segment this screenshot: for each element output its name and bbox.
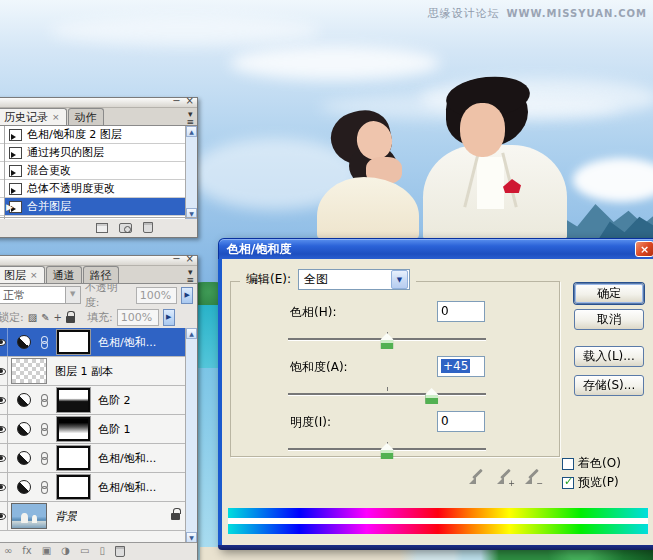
layer-mask-thumbnail[interactable] [57, 330, 90, 354]
tab-history[interactable]: 历史记录 × [0, 108, 67, 125]
history-palette-titlebar[interactable]: −× [0, 98, 197, 108]
minimize-icon[interactable]: − [172, 95, 180, 107]
scroll-up-icon[interactable]: ▲ [186, 126, 197, 137]
eye-toggle[interactable] [0, 473, 8, 501]
chevron-down-icon[interactable]: ▼ [391, 270, 408, 289]
layer-name[interactable]: 色阶 2 [98, 393, 131, 408]
preview-checkbox[interactable] [562, 477, 574, 489]
layer-name[interactable]: 背景 [55, 509, 77, 524]
tab-layers[interactable]: 图层 × [0, 266, 45, 283]
layer-thumbnail[interactable] [11, 503, 47, 529]
lock-transparency-icon[interactable]: ▨ [28, 312, 37, 323]
dialog-close-button[interactable]: × [635, 241, 653, 257]
woman-dress [317, 177, 419, 240]
layer-mask-thumbnail[interactable] [57, 475, 90, 499]
tab-close-icon[interactable]: × [52, 112, 60, 122]
layer-row-selected[interactable]: 色相/饱和... [0, 328, 197, 357]
layer-name[interactable]: 色相/饱和... [98, 335, 156, 350]
delete-state-icon[interactable] [143, 222, 153, 233]
layer-name[interactable]: 图层 1 副本 [55, 364, 113, 379]
eyedropper-minus-icon[interactable]: − [524, 468, 540, 485]
hue-input[interactable]: 0 [437, 301, 485, 322]
colorize-option[interactable]: 着色(O) [562, 455, 621, 472]
opacity-slider-arrow-icon[interactable]: ▶ [181, 287, 193, 304]
new-group-icon[interactable]: ▭ [80, 546, 89, 556]
lock-pixels-icon[interactable]: ✎ [41, 312, 49, 323]
dialog-titlebar[interactable]: 色相/饱和度 × [218, 238, 653, 259]
eye-toggle[interactable] [0, 357, 8, 385]
load-button[interactable]: 载入(L)... [574, 346, 644, 367]
layers-palette: −× 图层 × 通道 路径 ▾≡ 正常 ▼ 不透明度: 100% ▶ 锁定: ▨… [0, 255, 198, 560]
new-layer-icon[interactable]: ▯ [99, 546, 105, 556]
layer-name[interactable]: 色阶 1 [98, 422, 131, 437]
layer-row[interactable]: 色阶 1 [0, 415, 197, 444]
opacity-value[interactable]: 100% [136, 287, 177, 304]
edit-channel-select[interactable]: 全图 ▼ [298, 269, 410, 290]
history-state-row[interactable]: 总体不透明度更改 [5, 180, 185, 198]
fill-slider-arrow-icon[interactable]: ▶ [163, 309, 175, 326]
eye-toggle[interactable] [0, 415, 8, 443]
tab-close-icon[interactable]: × [30, 270, 38, 280]
palette-menu-icon[interactable]: ▾≡ [186, 268, 194, 284]
preview-option[interactable]: 预览(P) [562, 474, 619, 491]
close-icon[interactable]: × [186, 253, 194, 265]
save-button[interactable]: 存储(S)... [574, 375, 644, 396]
lightness-slider[interactable] [288, 448, 486, 450]
colorize-checkbox[interactable] [562, 458, 574, 470]
layer-name[interactable]: 色相/饱和... [98, 480, 156, 495]
layer-row[interactable]: 色相/饱和... [0, 473, 197, 502]
scroll-up-icon[interactable]: ▲ [186, 328, 197, 339]
saturation-input[interactable]: +45 [437, 356, 485, 377]
history-state-row[interactable]: 通过拷贝的图层 [5, 144, 185, 162]
eye-toggle[interactable] [0, 444, 8, 472]
tab-paths[interactable]: 路径 [83, 266, 119, 283]
cancel-button[interactable]: 取消 [574, 309, 644, 330]
history-scrollbar[interactable]: ▲ ▼ [185, 126, 197, 219]
layers-scrollbar[interactable]: ▲ ▼ [185, 328, 197, 543]
history-state-row-selected[interactable]: 合并图层 [5, 198, 185, 216]
tab-channels-label: 通道 [53, 268, 75, 283]
close-icon[interactable]: × [186, 95, 194, 107]
layer-mask-thumbnail[interactable] [57, 446, 90, 470]
eyedropper-plus-icon[interactable]: + [496, 468, 512, 485]
eye-toggle[interactable] [0, 386, 8, 414]
palette-menu-icon[interactable]: ▾≡ [186, 110, 194, 126]
layer-mask-thumbnail[interactable] [57, 388, 90, 412]
eye-icon [0, 455, 6, 462]
add-mask-icon[interactable]: ▣ [42, 546, 51, 556]
saturation-label: 饱和度(A): [290, 359, 348, 376]
saturation-slider[interactable] [288, 393, 486, 395]
minimize-icon[interactable]: − [172, 253, 180, 265]
eye-toggle[interactable] [0, 502, 8, 530]
fill-value[interactable]: 100% [117, 309, 159, 326]
new-document-from-state-icon[interactable] [96, 223, 108, 233]
blend-mode-select[interactable]: 正常 ▼ [0, 286, 81, 304]
hue-spectrum-bar-bottom [228, 524, 648, 534]
lightness-input[interactable]: 0 [437, 411, 485, 432]
history-state-row[interactable]: 混合更改 [5, 162, 185, 180]
layer-name[interactable]: 色相/饱和... [98, 451, 156, 466]
new-snapshot-icon[interactable] [119, 223, 132, 233]
layer-row[interactable]: 图层 1 副本 [0, 357, 197, 386]
tab-channels[interactable]: 通道 [46, 266, 82, 283]
lock-all-icon[interactable] [66, 316, 75, 323]
layer-row[interactable]: 色相/饱和... [0, 444, 197, 473]
lock-position-icon[interactable]: + [54, 312, 62, 323]
layers-palette-titlebar[interactable]: −× [0, 256, 197, 266]
history-state-row[interactable]: 色相/饱和度 2 图层 [5, 126, 185, 144]
eye-toggle[interactable] [0, 328, 8, 356]
tab-actions[interactable]: 动作 [68, 108, 104, 125]
layer-thumbnail[interactable] [11, 358, 47, 384]
ok-button[interactable]: 确定 [574, 283, 644, 304]
link-layers-icon[interactable]: ∞ [4, 546, 12, 556]
new-adjustment-layer-icon[interactable]: ◑ [61, 546, 70, 556]
eyedropper-icon[interactable] [468, 468, 484, 485]
layer-mask-thumbnail[interactable] [57, 417, 90, 441]
delete-layer-icon[interactable] [115, 546, 125, 557]
layer-row-background[interactable]: 背景 [0, 502, 197, 531]
layer-row[interactable]: 色阶 2 [0, 386, 197, 415]
hue-slider[interactable] [288, 338, 486, 340]
history-source-pointer[interactable]: ▶ [6, 202, 13, 212]
layer-style-icon[interactable]: fx [22, 546, 31, 556]
chevron-down-icon[interactable]: ▼ [65, 287, 80, 303]
